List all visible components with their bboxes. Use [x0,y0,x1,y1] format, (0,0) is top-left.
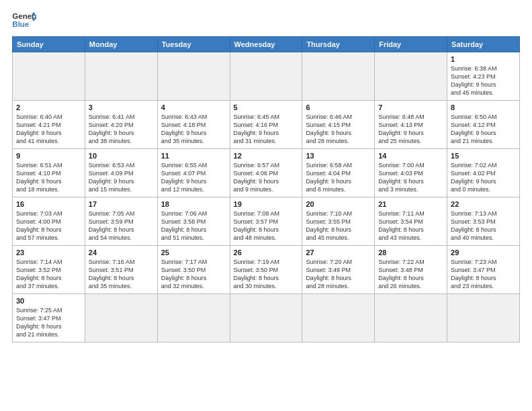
calendar-cell: 28Sunrise: 7:22 AM Sunset: 3:48 PM Dayli… [375,246,447,294]
day-number: 14 [378,152,443,160]
calendar-cell: 12Sunrise: 6:57 AM Sunset: 4:06 PM Dayli… [230,149,302,197]
day-number: 19 [234,200,299,208]
day-number: 18 [161,200,226,208]
page: General Blue SundayMondayTuesdayWednesda… [0,0,532,411]
day-number: 12 [234,152,299,160]
generalblue-logo-icon: General Blue [12,11,36,31]
day-info: Sunrise: 7:06 AM Sunset: 3:58 PM Dayligh… [161,210,226,242]
day-info: Sunrise: 6:57 AM Sunset: 4:06 PM Dayligh… [234,161,299,194]
day-info: Sunrise: 7:17 AM Sunset: 3:50 PM Dayligh… [161,258,226,291]
calendar-cell: 5Sunrise: 6:45 AM Sunset: 4:16 PM Daylig… [230,101,302,149]
calendar-cell [157,52,230,101]
day-info: Sunrise: 7:16 AM Sunset: 3:51 PM Dayligh… [89,258,154,291]
day-info: Sunrise: 7:22 AM Sunset: 3:48 PM Dayligh… [378,258,443,291]
calendar-cell: 7Sunrise: 6:48 AM Sunset: 4:13 PM Daylig… [375,101,447,149]
calendar-body: 1Sunrise: 6:38 AM Sunset: 4:23 PM Daylig… [13,52,520,342]
day-info: Sunrise: 7:23 AM Sunset: 3:47 PM Dayligh… [451,258,516,291]
day-number: 3 [89,103,154,111]
day-number: 25 [161,248,226,257]
calendar-cell: 18Sunrise: 7:06 AM Sunset: 3:58 PM Dayli… [157,197,230,246]
day-number: 28 [378,248,443,257]
day-number: 20 [306,200,371,208]
day-number: 24 [89,248,154,257]
calendar-cell: 23Sunrise: 7:14 AM Sunset: 3:52 PM Dayli… [13,246,85,294]
day-number: 1 [451,55,516,63]
calendar-week-4: 16Sunrise: 7:03 AM Sunset: 4:00 PM Dayli… [13,197,520,246]
calendar-cell: 1Sunrise: 6:38 AM Sunset: 4:23 PM Daylig… [447,52,520,101]
day-number: 15 [451,152,516,160]
calendar-cell [85,294,157,342]
calendar-cell: 26Sunrise: 7:19 AM Sunset: 3:50 PM Dayli… [230,246,302,294]
day-number: 6 [306,103,371,111]
day-number: 10 [89,152,154,160]
day-info: Sunrise: 7:05 AM Sunset: 3:59 PM Dayligh… [89,210,154,242]
calendar-week-6: 30Sunrise: 7:25 AM Sunset: 3:47 PM Dayli… [13,294,520,342]
day-info: Sunrise: 6:45 AM Sunset: 4:16 PM Dayligh… [234,113,299,146]
day-number: 27 [306,248,371,257]
calendar-cell [302,294,375,342]
calendar-cell: 29Sunrise: 7:23 AM Sunset: 3:47 PM Dayli… [447,246,520,294]
day-info: Sunrise: 7:13 AM Sunset: 3:53 PM Dayligh… [451,210,516,242]
calendar-cell: 27Sunrise: 7:20 AM Sunset: 3:49 PM Dayli… [302,246,375,294]
day-info: Sunrise: 7:08 AM Sunset: 3:57 PM Dayligh… [234,210,299,242]
day-number: 16 [16,200,81,208]
calendar-cell: 4Sunrise: 6:43 AM Sunset: 4:18 PM Daylig… [157,101,230,149]
day-number: 21 [378,200,443,208]
calendar-cell: 13Sunrise: 6:58 AM Sunset: 4:04 PM Dayli… [302,149,375,197]
calendar-week-2: 2Sunrise: 6:40 AM Sunset: 4:21 PM Daylig… [13,101,520,149]
header: General Blue [12,11,520,31]
calendar-cell: 14Sunrise: 7:00 AM Sunset: 4:03 PM Dayli… [375,149,447,197]
calendar-week-3: 9Sunrise: 6:51 AM Sunset: 4:10 PM Daylig… [13,149,520,197]
calendar-cell [13,52,85,101]
day-number: 9 [16,152,81,160]
day-info: Sunrise: 6:53 AM Sunset: 4:09 PM Dayligh… [89,161,154,194]
day-number: 22 [451,200,516,208]
calendar-cell: 16Sunrise: 7:03 AM Sunset: 4:00 PM Dayli… [13,197,85,246]
calendar-table: SundayMondayTuesdayWednesdayThursdayFrid… [12,36,520,342]
day-info: Sunrise: 7:02 AM Sunset: 4:02 PM Dayligh… [451,161,516,194]
day-number: 7 [378,103,443,111]
weekday-header-wednesday: Wednesday [230,37,302,52]
day-number: 29 [451,248,516,257]
day-number: 26 [234,248,299,257]
day-info: Sunrise: 6:51 AM Sunset: 4:10 PM Dayligh… [16,161,81,194]
calendar-cell [447,294,520,342]
calendar-cell: 6Sunrise: 6:46 AM Sunset: 4:15 PM Daylig… [302,101,375,149]
day-info: Sunrise: 7:20 AM Sunset: 3:49 PM Dayligh… [306,258,371,291]
day-number: 30 [16,297,81,305]
day-info: Sunrise: 7:03 AM Sunset: 4:00 PM Dayligh… [16,210,81,242]
calendar-cell [230,294,302,342]
weekday-header-tuesday: Tuesday [157,37,230,52]
calendar-cell [230,52,302,101]
calendar-week-1: 1Sunrise: 6:38 AM Sunset: 4:23 PM Daylig… [13,52,520,101]
calendar-cell [375,294,447,342]
calendar-cell [85,52,157,101]
day-info: Sunrise: 6:50 AM Sunset: 4:12 PM Dayligh… [451,113,516,146]
svg-text:Blue: Blue [12,20,29,28]
calendar-cell: 20Sunrise: 7:10 AM Sunset: 3:55 PM Dayli… [302,197,375,246]
calendar-cell: 25Sunrise: 7:17 AM Sunset: 3:50 PM Dayli… [157,246,230,294]
calendar-header: SundayMondayTuesdayWednesdayThursdayFrid… [13,37,520,52]
day-info: Sunrise: 7:19 AM Sunset: 3:50 PM Dayligh… [234,258,299,291]
weekday-header-monday: Monday [85,37,157,52]
calendar-cell: 8Sunrise: 6:50 AM Sunset: 4:12 PM Daylig… [447,101,520,149]
calendar-cell: 22Sunrise: 7:13 AM Sunset: 3:53 PM Dayli… [447,197,520,246]
calendar-cell: 19Sunrise: 7:08 AM Sunset: 3:57 PM Dayli… [230,197,302,246]
logo: General Blue [12,11,36,31]
day-info: Sunrise: 7:11 AM Sunset: 3:54 PM Dayligh… [378,210,443,242]
weekday-header-sunday: Sunday [13,37,85,52]
day-number: 23 [16,248,81,257]
calendar-cell: 3Sunrise: 6:41 AM Sunset: 4:20 PM Daylig… [85,101,157,149]
calendar-cell: 2Sunrise: 6:40 AM Sunset: 4:21 PM Daylig… [13,101,85,149]
day-number: 4 [161,103,226,111]
calendar-cell: 21Sunrise: 7:11 AM Sunset: 3:54 PM Dayli… [375,197,447,246]
calendar-cell: 30Sunrise: 7:25 AM Sunset: 3:47 PM Dayli… [13,294,85,342]
day-info: Sunrise: 7:25 AM Sunset: 3:47 PM Dayligh… [16,306,81,339]
calendar-cell [302,52,375,101]
weekday-header-saturday: Saturday [447,37,520,52]
calendar-cell [157,294,230,342]
day-info: Sunrise: 6:41 AM Sunset: 4:20 PM Dayligh… [89,113,154,146]
day-number: 17 [89,200,154,208]
weekday-row: SundayMondayTuesdayWednesdayThursdayFrid… [13,37,520,52]
day-info: Sunrise: 6:43 AM Sunset: 4:18 PM Dayligh… [161,113,226,146]
